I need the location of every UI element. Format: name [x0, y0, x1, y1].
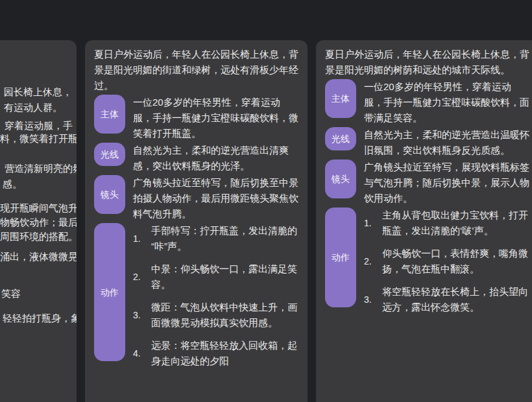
section-row-action: 动作 1. 手部特写：拧开瓶盖，发出清脆的“咔”声。 2. 中景：仰头畅饮一口，…	[94, 223, 298, 369]
clipped-text-line: 笑容	[1, 286, 21, 302]
clipped-text-line: 园长椅上休息，	[4, 84, 72, 100]
scene-intro: 夏日户外运动后，年轻人在公园长椅上休息，背景是阳光明媚的街道和绿树，远处有滑板少…	[94, 47, 298, 93]
section-row-lighting: 光线 自然光为主，柔和的逆光营造出清爽感，突出饮料瓶身的光泽。	[94, 143, 298, 174]
subject-text: 一位20多岁的年轻男性，穿着运动服，手持一瓶健力宝橙味碳酸饮料，面带满足笑容。	[364, 79, 529, 126]
item-text: 远景：将空瓶轻轻放入回收箱，起身走向远处的夕阳	[151, 338, 298, 369]
action-item: 2. 仰头畅饮一口，表情舒爽，嘴角微扬，气泡在瓶中翻滚。	[364, 246, 529, 277]
item-text: 微距：气泡从饮料中快速上升，画面微微晃动模拟真实饮用感。	[151, 300, 298, 331]
camera-text: 广角镜头拉近至特写，随后切换至中景拍摄人物动作，最后用微距镜头聚焦饮料气泡升腾。	[133, 175, 298, 222]
section-row-lighting: 光线 自然光为主，柔和的逆光营造出温暖怀旧氛围，突出饮料瓶身反光质感。	[325, 127, 529, 158]
item-number: 1.	[133, 231, 143, 246]
prompt-variants-panel: 园长椅上休息， 有运动人群。 穿着运动服，手 料，微笑着打开瓶 营造清新明亮的氛…	[0, 0, 532, 402]
clipped-text-line: 现开瓶瞬间气泡升	[0, 200, 77, 216]
item-text: 将空瓶轻轻放在长椅上，抬头望向远方，露出怀念微笑。	[382, 284, 529, 315]
item-text: 仰头畅饮一口，表情舒爽，嘴角微扬，气泡在瓶中翻滚。	[382, 246, 529, 277]
section-row-camera: 镜头 广角镜头拉近至特写，随后切换至中景拍摄人物动作，最后用微距镜头聚焦饮料气泡…	[94, 175, 298, 222]
item-number: 3.	[133, 307, 143, 323]
item-text: 中景：仰头畅饮一口，露出满足笑容。	[151, 261, 298, 292]
action-item: 1. 主角从背包取出健力宝饮料，打开瓶盖，发出清脆的‘啵’声。	[364, 207, 529, 239]
camera-text: 广角镜头拉近至特写，展现饮料瓶标签与气泡升腾；随后切换中景，展示人物饮用动作。	[364, 160, 529, 206]
clipped-text-line: 料，微笑着打开瓶	[0, 131, 77, 147]
clipped-text-line: 周围环境的搭配。	[0, 229, 77, 244]
action-badge: 动作	[94, 223, 125, 361]
camera-badge: 镜头	[94, 175, 125, 214]
section-row-action: 动作 1. 主角从背包取出健力宝饮料，打开瓶盖，发出清脆的‘啵’声。 2. 仰头…	[325, 207, 529, 315]
clipped-text-line: 有运动人群。	[4, 100, 62, 115]
item-text: 主角从背包取出健力宝饮料，打开瓶盖，发出清脆的‘啵’声。	[382, 207, 529, 239]
scene-intro: 夏日户外运动后，年轻人在公园长椅上休息，背景是阳光明媚的树荫和远处的城市天际线。	[325, 47, 529, 78]
subject-badge: 主体	[94, 95, 125, 134]
action-item: 3. 微距：气泡从饮料中快速上升，画面微微晃动模拟真实饮用感。	[133, 300, 298, 331]
action-badge: 动作	[325, 207, 356, 307]
prompt-card-middle[interactable]: 夏日户外运动后，年轻人在公园长椅上休息，背景是阳光明媚的街道和绿树，远处有滑板少…	[85, 40, 308, 402]
prompt-card-left[interactable]: 园长椅上休息， 有运动人群。 穿着运动服，手 料，微笑着打开瓶 营造清新明亮的氛…	[0, 40, 77, 402]
action-item: 3. 将空瓶轻轻放在长椅上，抬头望向远方，露出怀念微笑。	[364, 284, 529, 315]
item-number: 3.	[364, 292, 374, 307]
item-number: 2.	[133, 269, 143, 285]
lighting-text: 自然光为主，柔和的逆光营造出温暖怀旧氛围，突出饮料瓶身反光质感。	[364, 127, 529, 158]
item-number: 1.	[364, 215, 374, 231]
section-row-subject: 主体 一位20多岁的年轻男性，穿着运动服，手持一瓶健力宝橙味碳酸饮料，面带满足笑…	[325, 79, 529, 126]
item-number: 2.	[364, 254, 374, 269]
action-item: 4. 远景：将空瓶轻轻放入回收箱，起身走向远处的夕阳	[133, 338, 298, 369]
section-row-subject: 主体 一位20多岁的年轻男性，穿着运动服，手持一瓶健力宝橙味碳酸饮料，微笑着打开…	[94, 95, 298, 141]
action-list: 1. 主角从背包取出健力宝饮料，打开瓶盖，发出清脆的‘啵’声。 2. 仰头畅饮一…	[364, 207, 529, 315]
clipped-text-line: 涌出，液体微微晃	[0, 249, 77, 265]
subject-badge: 主体	[325, 79, 356, 118]
lighting-text: 自然光为主，柔和的逆光营造出清爽感，突出饮料瓶身的光泽。	[133, 143, 298, 174]
clipped-text-line: 物畅饮动作；最后	[0, 215, 77, 230]
prompt-card-right[interactable]: 夏日户外运动后，年轻人在公园长椅上休息，背景是阳光明媚的树荫和远处的城市天际线。…	[316, 40, 532, 402]
item-number: 4.	[133, 346, 143, 361]
section-row-camera: 镜头 广角镜头拉近至特写，展现饮料瓶标签与气泡升腾；随后切换中景，展示人物饮用动…	[325, 160, 529, 206]
clipped-text-line: 感。	[3, 176, 22, 192]
action-item: 1. 手部特写：拧开瓶盖，发出清脆的“咔”声。	[133, 223, 298, 254]
lighting-badge: 光线	[325, 127, 356, 150]
item-text: 手部特写：拧开瓶盖，发出清脆的“咔”声。	[151, 223, 298, 254]
action-item: 2. 中景：仰头畅饮一口，露出满足笑容。	[133, 261, 298, 292]
lighting-badge: 光线	[94, 143, 125, 166]
camera-badge: 镜头	[325, 160, 356, 198]
subject-text: 一位20多岁的年轻男性，穿着运动服，手持一瓶健力宝橙味碳酸饮料，微笑着打开瓶盖。	[133, 95, 298, 141]
clipped-text-line: 轻轻拍打瓶身，象	[3, 311, 77, 326]
clipped-text-line: 营造清新明亮的氛	[5, 161, 77, 176]
action-list: 1. 手部特写：拧开瓶盖，发出清脆的“咔”声。 2. 中景：仰头畅饮一口，露出满…	[133, 223, 298, 369]
